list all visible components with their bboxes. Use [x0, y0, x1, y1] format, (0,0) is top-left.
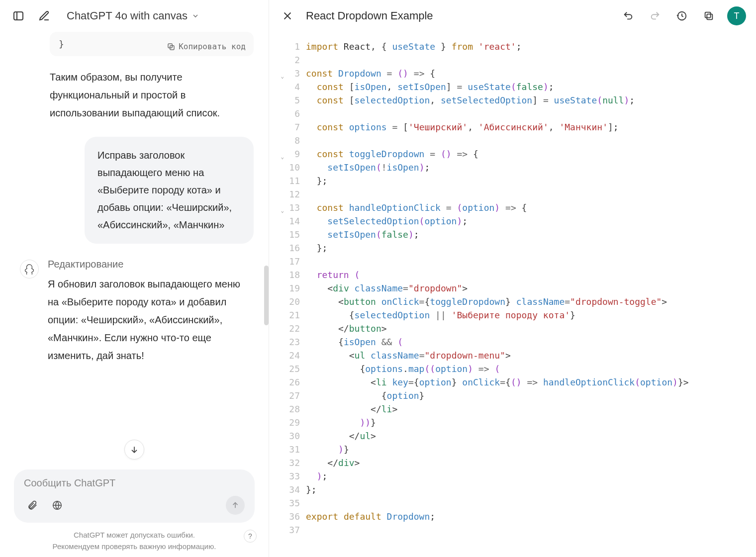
- arrow-down-icon: [129, 445, 139, 455]
- user-avatar[interactable]: T: [727, 6, 746, 25]
- code-line[interactable]: import React, { useState } from 'react';: [306, 40, 756, 53]
- code-line[interactable]: </div>: [306, 456, 756, 469]
- model-label: ChatGPT 4o with canvas: [67, 9, 188, 22]
- copy-code-button[interactable]: Копировать код: [167, 42, 246, 51]
- new-chat-icon[interactable]: [36, 7, 53, 24]
- code-line[interactable]: const Dropdown = () => {: [306, 67, 756, 80]
- code-line[interactable]: const options = ['Чеширский', 'Абиссинск…: [306, 120, 756, 134]
- code-line[interactable]: <ul className="dropdown-menu">: [306, 349, 756, 362]
- code-line[interactable]: };: [306, 241, 756, 255]
- code-line[interactable]: };: [306, 483, 756, 496]
- history-icon: [676, 10, 687, 21]
- web-search-button[interactable]: [49, 497, 66, 514]
- undo-icon: [623, 10, 634, 21]
- code-line[interactable]: [306, 107, 756, 120]
- chevron-down-icon: [191, 12, 199, 20]
- code-area[interactable]: import React, { useState } from 'react';…: [304, 40, 756, 557]
- svg-rect-11: [705, 12, 711, 18]
- arrow-up-icon: [231, 501, 240, 510]
- code-line[interactable]: const [selectedOption, setSelectedOption…: [306, 93, 756, 107]
- code-line[interactable]: };: [306, 174, 756, 187]
- undo-button[interactable]: [620, 7, 637, 24]
- chat-input[interactable]: [24, 477, 245, 489]
- assistant-edit-row: Редактирование Я обновил заголовок выпад…: [20, 259, 254, 365]
- code-line[interactable]: setSelectedOption(option);: [306, 214, 756, 228]
- globe-icon: [52, 500, 63, 511]
- code-line[interactable]: <button onClick={toggleDropdown} classNa…: [306, 295, 756, 308]
- attach-file-button[interactable]: [24, 497, 41, 514]
- code-line[interactable]: </button>: [306, 322, 756, 335]
- code-line[interactable]: [306, 496, 756, 510]
- code-line[interactable]: const toggleDropdown = () => {: [306, 147, 756, 161]
- paperclip-icon: [27, 500, 38, 511]
- code-snippet-card: } Копировать код: [50, 32, 254, 56]
- user-message-bubble: Исправь заголовок выпадающего меню на «В…: [85, 137, 254, 244]
- code-line[interactable]: <div className="dropdown">: [306, 281, 756, 295]
- disclaimer-line2: Рекомендуем проверять важную информацию.: [53, 542, 216, 551]
- code-line[interactable]: )}: [306, 443, 756, 456]
- code-line[interactable]: return (: [306, 268, 756, 281]
- chat-header: ChatGPT 4o with canvas: [0, 0, 269, 32]
- code-line[interactable]: {options.map((option) => (: [306, 362, 756, 375]
- copy-icon: [167, 42, 176, 51]
- sidebar-toggle-icon[interactable]: [10, 7, 27, 24]
- chat-scrollbar[interactable]: [264, 32, 269, 463]
- chat-input-box[interactable]: [14, 469, 255, 523]
- code-line[interactable]: [306, 523, 756, 537]
- history-button[interactable]: [673, 7, 690, 24]
- code-line[interactable]: ))}: [306, 416, 756, 429]
- edit-text: Я обновил заголовок выпадающего меню на …: [48, 275, 254, 365]
- assistant-message: Таким образом, вы получите функциональны…: [50, 68, 254, 122]
- scroll-to-bottom-button[interactable]: [124, 440, 144, 460]
- code-line[interactable]: const [isOpen, setIsOpen] = useState(fal…: [306, 80, 756, 93]
- copy-canvas-button[interactable]: [700, 7, 717, 24]
- send-button[interactable]: [226, 496, 245, 515]
- model-selector[interactable]: ChatGPT 4o with canvas: [62, 6, 204, 25]
- code-line[interactable]: setIsOpen(!isOpen);: [306, 161, 756, 174]
- edit-heading: Редактирование: [48, 259, 254, 270]
- assistant-avatar-icon: [20, 260, 39, 278]
- code-line[interactable]: [306, 134, 756, 147]
- code-line[interactable]: {option}: [306, 389, 756, 402]
- svg-rect-10: [707, 14, 712, 19]
- code-line[interactable]: </li>: [306, 402, 756, 416]
- code-line[interactable]: {isOpen && (: [306, 335, 756, 349]
- code-line[interactable]: const handleOptionClick = (option) => {: [306, 201, 756, 214]
- canvas-panel: React Dropdown Example T 123⌄456789⌄1011…: [269, 0, 756, 557]
- svg-rect-0: [14, 12, 23, 20]
- redo-icon: [650, 10, 661, 21]
- help-button[interactable]: ?: [244, 530, 257, 543]
- canvas-header: React Dropdown Example T: [269, 0, 756, 32]
- canvas-title: React Dropdown Example: [306, 9, 610, 22]
- code-line[interactable]: [306, 255, 756, 268]
- code-snippet-tail: }: [59, 39, 64, 49]
- code-line[interactable]: export default Dropdown;: [306, 510, 756, 523]
- line-gutter: 123⌄456789⌄10111213⌄14151617181920212223…: [269, 40, 304, 557]
- chat-panel: ChatGPT 4o with canvas } Копировать код …: [0, 0, 269, 557]
- code-line[interactable]: <li key={option} onClick={() => handleOp…: [306, 375, 756, 389]
- disclaimer: ChatGPT может допускать ошибки. Рекоменд…: [0, 527, 269, 557]
- redo-button[interactable]: [647, 7, 663, 24]
- chat-body[interactable]: } Копировать код Таким образом, вы получ…: [0, 32, 269, 463]
- copy-code-label: Копировать код: [179, 42, 246, 51]
- code-editor[interactable]: 123⌄456789⌄10111213⌄14151617181920212223…: [269, 32, 756, 557]
- chat-scrollbar-thumb[interactable]: [264, 266, 269, 325]
- user-message-row: Исправь заголовок выпадающего меню на «В…: [15, 137, 254, 244]
- code-line[interactable]: setIsOpen(false);: [306, 228, 756, 241]
- disclaimer-line1: ChatGPT может допускать ошибки.: [74, 531, 195, 539]
- code-line[interactable]: );: [306, 469, 756, 483]
- close-canvas-button[interactable]: [279, 7, 296, 24]
- copy-icon: [703, 10, 714, 21]
- code-line[interactable]: [306, 53, 756, 67]
- close-icon: [282, 10, 293, 21]
- code-line[interactable]: </ul>: [306, 429, 756, 443]
- chat-input-area: [0, 463, 269, 527]
- code-line[interactable]: [306, 187, 756, 201]
- code-line[interactable]: {selectedOption || 'Выберите породу кота…: [306, 308, 756, 322]
